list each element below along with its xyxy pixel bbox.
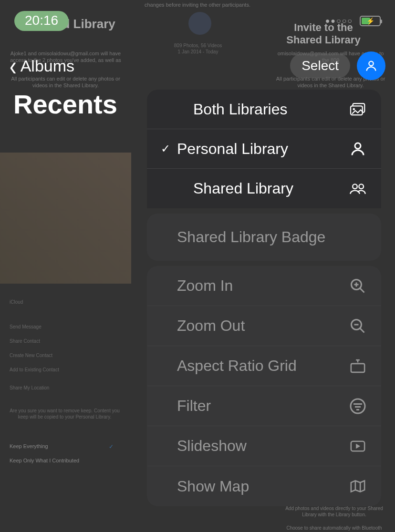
bg-text: Keep Only What I Contributed xyxy=(10,458,79,463)
bg-text: Add photos and videos directly to your S… xyxy=(281,505,388,518)
person-icon xyxy=(348,140,367,157)
menu-label: Aspect Ratio Grid xyxy=(177,357,348,375)
menu-item-both-libraries[interactable]: Both Libraries xyxy=(147,90,381,129)
zoom-in-icon xyxy=(348,277,367,295)
bg-text: Add to Existing Contact xyxy=(10,367,59,372)
battery-icon: ⚡ xyxy=(360,16,381,26)
bg-text: Are you sure you want to remove keep. Co… xyxy=(9,408,121,420)
menu-item-slideshow[interactable]: Slideshow xyxy=(147,426,381,466)
photos-icon xyxy=(348,101,367,118)
bg-check-icon: ✓ xyxy=(109,443,114,450)
select-button[interactable]: Select xyxy=(290,53,350,78)
menu-item-filter[interactable]: Filter xyxy=(147,386,381,426)
bg-text: 809 Photos, 56 Videos xyxy=(146,43,250,48)
page-title: Recents xyxy=(13,89,117,120)
back-button[interactable]: ‹ Albums xyxy=(10,55,74,76)
bg-text: Share My Location xyxy=(10,385,49,390)
svg-rect-14 xyxy=(351,363,364,372)
status-time: 20:16 xyxy=(14,11,69,31)
svg-point-3 xyxy=(353,108,355,111)
menu-item-shared-library[interactable]: Shared Library xyxy=(147,169,381,208)
menu-item-shared-badge[interactable]: Shared Library Badge xyxy=(147,214,381,261)
slideshow-icon xyxy=(348,438,367,455)
svg-point-4 xyxy=(355,143,361,149)
menu-section-libraries: Both Libraries ✓ Personal Library Sh xyxy=(147,90,381,208)
menu-item-zoom-in[interactable]: Zoom In xyxy=(147,266,381,306)
menu-label: Filter xyxy=(177,397,348,415)
menu-section-badge: Shared Library Badge xyxy=(147,214,381,261)
check-icon: ✓ xyxy=(161,142,176,155)
nav-bar: ‹ Albums Select xyxy=(0,51,395,80)
signal-icon: ●●○○○ xyxy=(325,17,353,25)
menu-item-show-map[interactable]: Show Map xyxy=(147,466,381,506)
menu-section-actions: Zoom In Zoom Out Aspect Ratio Grid Filte… xyxy=(147,266,381,506)
context-menu: Both Libraries ✓ Personal Library Sh xyxy=(147,90,381,506)
menu-label: Shared Library xyxy=(193,180,348,197)
menu-item-aspect-ratio[interactable]: Aspect Ratio Grid xyxy=(147,346,381,386)
svg-point-0 xyxy=(369,61,373,66)
bg-text: Choose to share automatically with Bluet… xyxy=(281,525,388,531)
zoom-out-icon xyxy=(348,317,367,335)
back-label: Albums xyxy=(21,57,74,75)
bg-text: iCloud xyxy=(10,299,23,305)
aspect-ratio-icon xyxy=(348,358,367,375)
menu-label: Both Libraries xyxy=(193,101,348,118)
svg-line-12 xyxy=(360,328,364,332)
person-icon xyxy=(364,59,378,72)
chevron-left-icon: ‹ xyxy=(10,52,17,79)
bg-text: Share Contact xyxy=(10,338,40,344)
bg-text: Send Message xyxy=(10,324,42,329)
svg-point-6 xyxy=(359,184,364,189)
menu-label: Shared Library Badge xyxy=(177,228,367,246)
menu-item-zoom-out[interactable]: Zoom Out xyxy=(147,306,381,346)
map-icon xyxy=(348,478,367,495)
bg-text: Create New Contact xyxy=(10,353,52,358)
bg-text: Keep Everything xyxy=(10,443,119,449)
svg-point-5 xyxy=(353,184,357,189)
bg-photo-grid xyxy=(0,153,131,284)
menu-label: Zoom Out xyxy=(177,317,348,335)
bg-text: changes before inviting the other partic… xyxy=(134,2,261,8)
menu-label: Zoom In xyxy=(177,277,348,295)
menu-label: Show Map xyxy=(177,478,348,495)
status-bar: 20:16 ●●○○○ ⚡ xyxy=(0,11,395,31)
menu-label: Personal Library xyxy=(177,140,348,158)
menu-item-personal-library[interactable]: ✓ Personal Library xyxy=(147,129,381,169)
people-icon xyxy=(348,180,367,197)
library-filter-button[interactable] xyxy=(357,51,385,80)
menu-label: Slideshow xyxy=(177,437,348,455)
filter-icon xyxy=(348,398,367,415)
svg-line-8 xyxy=(360,288,364,292)
